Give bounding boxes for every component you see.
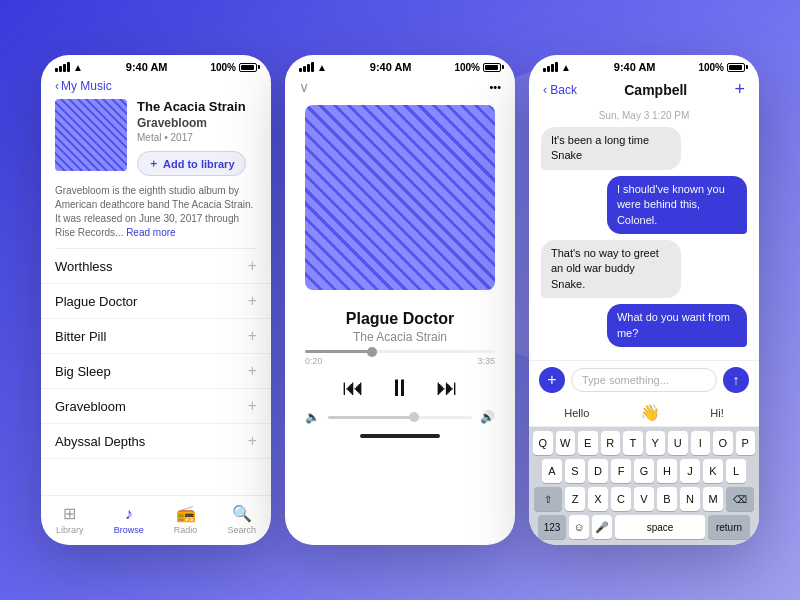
key-x[interactable]: X — [588, 487, 608, 511]
progress-thumb[interactable] — [367, 347, 377, 357]
message-2: I should've known you were behind this, … — [541, 176, 747, 234]
fast-forward-button[interactable]: ⏭ — [436, 375, 458, 401]
volume-thumb[interactable] — [409, 412, 419, 422]
track-item-1[interactable]: Worthless + — [41, 249, 271, 284]
quicktype-wave[interactable]: 👋 — [640, 403, 660, 422]
key-c[interactable]: C — [611, 487, 631, 511]
key-shift[interactable]: ⇧ — [534, 487, 562, 511]
key-backspace[interactable]: ⌫ — [726, 487, 754, 511]
key-a[interactable]: A — [542, 459, 562, 483]
volume-area[interactable]: 🔈 🔊 — [285, 410, 515, 424]
progress-bar[interactable] — [305, 350, 495, 353]
key-emoji[interactable]: ☺ — [569, 515, 589, 539]
track-add-2[interactable]: + — [248, 292, 257, 310]
nav-search-label: Search — [227, 525, 256, 535]
key-f[interactable]: F — [611, 459, 631, 483]
key-r[interactable]: R — [601, 431, 621, 455]
key-q[interactable]: Q — [533, 431, 553, 455]
key-h[interactable]: H — [657, 459, 677, 483]
key-g[interactable]: G — [634, 459, 654, 483]
nav-library[interactable]: ⊞ Library — [56, 504, 84, 535]
send-button[interactable]: ↑ — [723, 367, 749, 393]
attach-button[interactable]: + — [539, 367, 565, 393]
message-4: What do you want from me? — [541, 304, 747, 347]
quicktype-row: Hello 👋 Hi! — [529, 399, 759, 427]
track-item-6[interactable]: Abyssal Depths + — [41, 424, 271, 459]
volume-low-icon: 🔈 — [305, 410, 320, 424]
key-l[interactable]: L — [726, 459, 746, 483]
track-item-3[interactable]: Bitter Pill + — [41, 319, 271, 354]
browse-icon: ♪ — [125, 505, 133, 523]
battery-percent-3: 100% — [698, 62, 724, 73]
search-icon: 🔍 — [232, 504, 252, 523]
phones-container: ▲ 9:40 AM 100% ‹ My Music The Acacia Str… — [41, 55, 759, 545]
playback-controls: ⏮ ⏸ ⏭ — [285, 366, 515, 410]
track-add-3[interactable]: + — [248, 327, 257, 345]
key-y[interactable]: Y — [646, 431, 666, 455]
key-e[interactable]: E — [578, 431, 598, 455]
key-o[interactable]: O — [713, 431, 733, 455]
track-item-5[interactable]: Gravebloom + — [41, 389, 271, 424]
track-item-2[interactable]: Plague Doctor + — [41, 284, 271, 319]
add-to-library-button[interactable]: ＋ Add to library — [137, 151, 246, 176]
nav-search[interactable]: 🔍 Search — [227, 504, 256, 535]
key-w[interactable]: W — [556, 431, 576, 455]
key-d[interactable]: D — [588, 459, 608, 483]
key-space[interactable]: space — [615, 515, 705, 539]
back-button-3[interactable]: ‹ Back — [543, 83, 577, 97]
wifi-icon: ▲ — [73, 62, 83, 73]
key-i[interactable]: I — [691, 431, 711, 455]
progress-area[interactable]: 0:20 3:35 — [285, 350, 515, 366]
quicktype-hi[interactable]: Hi! — [710, 407, 723, 419]
key-u[interactable]: U — [668, 431, 688, 455]
nav-browse[interactable]: ♪ Browse — [114, 505, 144, 535]
time-row: 0:20 3:35 — [305, 356, 495, 366]
track-item-4[interactable]: Big Sleep + — [41, 354, 271, 389]
read-more-link[interactable]: Read more — [126, 227, 175, 238]
volume-bar[interactable] — [328, 416, 472, 419]
track-add-6[interactable]: + — [248, 432, 257, 450]
radio-icon: 📻 — [176, 504, 196, 523]
key-t[interactable]: T — [623, 431, 643, 455]
signal-icon-3 — [543, 62, 558, 72]
now-playing-options[interactable]: ••• — [489, 81, 501, 93]
key-p[interactable]: P — [736, 431, 756, 455]
rewind-button[interactable]: ⏮ — [342, 375, 364, 401]
nav-radio-label: Radio — [174, 525, 198, 535]
quicktype-hello[interactable]: Hello — [564, 407, 589, 419]
album-title: The Acacia Strain — [137, 99, 257, 114]
key-k[interactable]: K — [703, 459, 723, 483]
contact-name: Campbell — [624, 82, 687, 98]
back-button-1[interactable]: ‹ My Music — [55, 79, 112, 93]
status-right-3: 100% — [698, 62, 745, 73]
battery-icon-2 — [483, 63, 501, 72]
key-n[interactable]: N — [680, 487, 700, 511]
msg-bubble-1: It's been a long time Snake — [541, 127, 681, 170]
key-b[interactable]: B — [657, 487, 677, 511]
nav-radio[interactable]: 📻 Radio — [174, 504, 198, 535]
key-z[interactable]: Z — [565, 487, 585, 511]
key-j[interactable]: J — [680, 459, 700, 483]
key-s[interactable]: S — [565, 459, 585, 483]
key-123[interactable]: 123 — [538, 515, 566, 539]
wifi-icon-3: ▲ — [561, 62, 571, 73]
volume-row: 🔈 🔊 — [305, 410, 495, 424]
key-return[interactable]: return — [708, 515, 750, 539]
track-name-4: Big Sleep — [55, 364, 111, 379]
key-mic[interactable]: 🎤 — [592, 515, 612, 539]
message-input[interactable]: Type something... — [571, 368, 717, 392]
track-add-5[interactable]: + — [248, 397, 257, 415]
input-placeholder: Type something... — [582, 374, 669, 386]
add-contact-icon[interactable]: + — [734, 79, 745, 100]
now-playing-info: Plague Doctor The Acacia Strain — [285, 302, 515, 350]
track-add-1[interactable]: + — [248, 257, 257, 275]
pause-button[interactable]: ⏸ — [388, 374, 412, 402]
key-v[interactable]: V — [634, 487, 654, 511]
nav-browse-label: Browse — [114, 525, 144, 535]
track-add-4[interactable]: + — [248, 362, 257, 380]
key-m[interactable]: M — [703, 487, 723, 511]
time-total: 3:35 — [477, 356, 495, 366]
status-right-1: 100% — [210, 62, 257, 73]
now-playing-title: Plague Doctor — [285, 310, 515, 328]
chevron-down-icon[interactable]: ∨ — [299, 79, 309, 95]
